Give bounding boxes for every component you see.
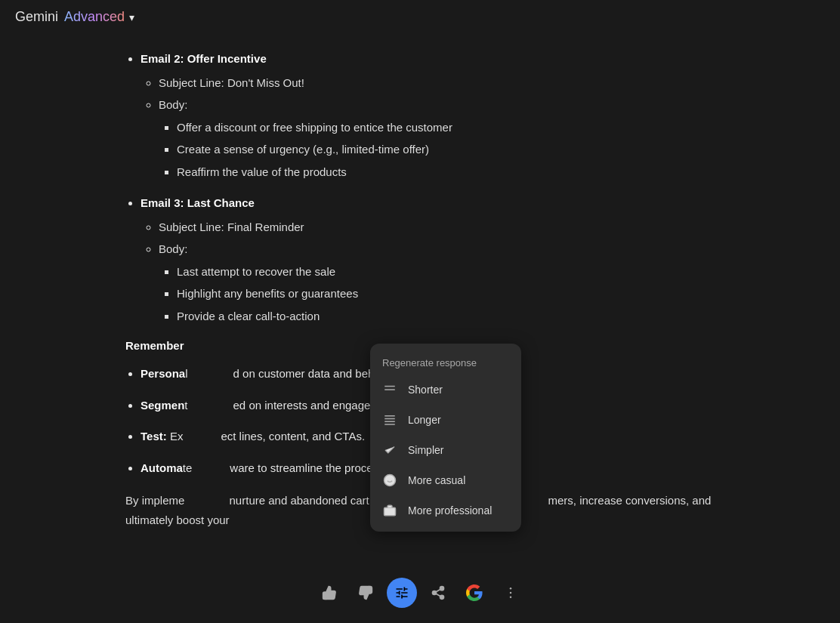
email2-body-list: Offer a discount or free shipping to ent… bbox=[159, 118, 715, 182]
list-item: Subject Line: Don't Miss Out! bbox=[159, 73, 715, 93]
remember-label: Remember bbox=[125, 339, 184, 352]
more-casual-option[interactable]: More casual bbox=[370, 465, 521, 495]
longer-option[interactable]: Longer bbox=[370, 405, 521, 435]
email3-body-list: Last attempt to recover the sale Highlig… bbox=[159, 262, 715, 326]
context-menu: Regenerate response Shorter Lon bbox=[370, 344, 521, 532]
bottom-toolbar bbox=[314, 578, 526, 608]
automate-label: Automa bbox=[141, 461, 183, 474]
svg-point-9 bbox=[440, 587, 444, 591]
list-item: Provide a clear call-to-action bbox=[177, 307, 715, 326]
chevron-down-icon[interactable]: ▾ bbox=[129, 11, 134, 23]
list-item: Create a sense of urgency (e.g., limited… bbox=[177, 140, 715, 159]
list-item: Last attempt to recover the sale bbox=[177, 262, 715, 282]
email2-sub-list: Subject Line: Don't Miss Out! Body: Offe… bbox=[141, 73, 715, 182]
email3-sub-list: Subject Line: Final Reminder Body: Last … bbox=[141, 217, 715, 326]
svg-line-12 bbox=[436, 594, 440, 596]
shorter-icon bbox=[382, 382, 397, 397]
email-list: Email 2: Offer Incentive Subject Line: D… bbox=[125, 49, 715, 325]
thumbs-down-button[interactable] bbox=[351, 578, 381, 608]
persona-label: Persona bbox=[141, 367, 185, 380]
header: Gemini Advanced ▾ bbox=[0, 0, 840, 34]
email3-title: Email 3: Last Chance bbox=[141, 196, 255, 209]
more-casual-icon bbox=[382, 473, 397, 488]
list-item: Highlight any benefits or guarantees bbox=[177, 284, 715, 304]
longer-icon bbox=[382, 412, 397, 427]
google-button[interactable] bbox=[459, 578, 489, 608]
more-professional-option[interactable]: More professional bbox=[370, 495, 521, 526]
svg-rect-8 bbox=[384, 507, 396, 516]
list-item: Email 3: Last Chance Subject Line: Final… bbox=[141, 193, 715, 325]
app-title: Gemini Advanced ▾ bbox=[15, 9, 134, 25]
tune-button[interactable] bbox=[387, 578, 417, 608]
list-item: Reaffirm the value of the products bbox=[177, 162, 715, 182]
simpler-option[interactable]: Simpler bbox=[370, 435, 521, 465]
advanced-label: Advanced bbox=[64, 9, 125, 25]
svg-point-11 bbox=[440, 595, 444, 599]
svg-line-13 bbox=[436, 589, 440, 591]
svg-point-10 bbox=[433, 591, 437, 595]
regenerate-header: Regenerate response bbox=[370, 350, 521, 375]
svg-point-14 bbox=[510, 588, 512, 590]
more-professional-icon bbox=[382, 503, 397, 518]
list-item: Body: Last attempt to recover the sale H… bbox=[159, 239, 715, 325]
list-item: Email 2: Offer Incentive Subject Line: D… bbox=[141, 49, 715, 181]
list-item: Offer a discount or free shipping to ent… bbox=[177, 118, 715, 137]
svg-point-16 bbox=[510, 597, 512, 599]
list-item: Body: Offer a discount or free shipping … bbox=[159, 95, 715, 181]
list-item: Subject Line: Final Reminder bbox=[159, 217, 715, 237]
regenerate-menu: Regenerate response Shorter Lon bbox=[370, 344, 521, 532]
svg-point-15 bbox=[510, 592, 512, 594]
simpler-icon bbox=[382, 443, 397, 458]
shorter-option[interactable]: Shorter bbox=[370, 375, 521, 405]
segment-label: Segmen bbox=[141, 399, 184, 412]
gemini-label: Gemini bbox=[15, 9, 58, 25]
thumbs-up-button[interactable] bbox=[314, 578, 344, 608]
more-options-button[interactable] bbox=[496, 578, 526, 608]
email2-title: Email 2: Offer Incentive bbox=[141, 52, 267, 65]
test-label: Test: bbox=[141, 430, 167, 443]
share-button[interactable] bbox=[423, 578, 453, 608]
